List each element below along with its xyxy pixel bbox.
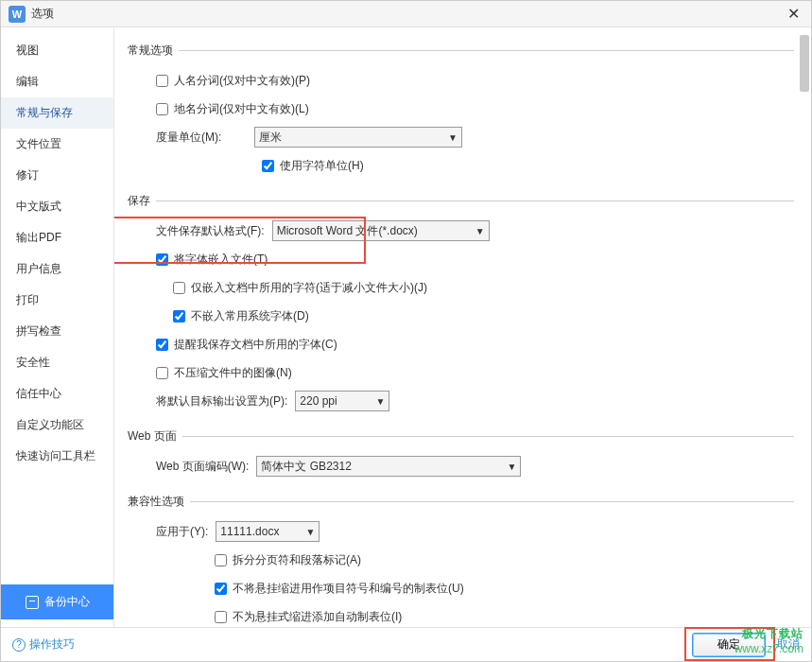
- sidebar-item-quick-toolbar[interactable]: 快速访问工具栏: [1, 441, 113, 472]
- chevron-down-icon: ▼: [448, 132, 458, 143]
- sidebar-item-view[interactable]: 视图: [1, 35, 113, 66]
- combo-default-ppi[interactable]: 220 ppi ▼: [295, 391, 389, 411]
- sidebar-item-custom-ribbon[interactable]: 自定义功能区: [1, 409, 113, 441]
- sidebar-item-file-location[interactable]: 文件位置: [1, 129, 113, 160]
- tips-label: 操作技巧: [29, 636, 75, 653]
- checkbox-person-noun[interactable]: [156, 75, 168, 87]
- label-apply-to: 应用于(Y):: [156, 524, 208, 540]
- ok-button[interactable]: 确定: [692, 633, 766, 657]
- scrollbar[interactable]: [800, 35, 809, 619]
- chevron-down-icon: ▼: [375, 396, 385, 407]
- combo-apply-to-value: 11111.docx: [220, 525, 279, 538]
- backup-center-button[interactable]: 备份中心: [1, 584, 113, 619]
- backup-label: 备份中心: [44, 594, 90, 610]
- checkbox-embed-only-used[interactable]: [173, 282, 185, 294]
- group-compat: 兼容性选项 应用于(Y): 11111.docx ▼ 拆分分页符和段落标记(A)…: [128, 494, 794, 627]
- sidebar-item-spellcheck[interactable]: 拼写检查: [1, 316, 113, 347]
- label-unit: 度量单位(M):: [156, 130, 247, 146]
- help-icon: ?: [12, 638, 26, 652]
- label-person-noun: 人名分词(仅对中文有效)(P): [174, 73, 310, 89]
- statusbar: ? 操作技巧 确定 取消: [1, 627, 811, 661]
- checkbox-use-char-unit[interactable]: [262, 160, 274, 172]
- options-dialog: W 选项 ✕ 视图 编辑 常规与保存 文件位置 修订 中文版式 输出PDF 用户…: [0, 0, 812, 662]
- label-default-format: 文件保存默认格式(F):: [156, 223, 265, 239]
- label-use-char-unit: 使用字符单位(H): [280, 158, 364, 174]
- sidebar-item-output-pdf[interactable]: 输出PDF: [1, 222, 113, 253]
- titlebar: W 选项 ✕: [1, 1, 811, 27]
- combo-web-encoding-value: 简体中文 GB2312: [261, 459, 351, 475]
- app-icon: W: [9, 6, 26, 23]
- body-area: 视图 编辑 常规与保存 文件位置 修订 中文版式 输出PDF 用户信息 打印 拼…: [1, 27, 811, 627]
- backup-icon: [26, 596, 39, 609]
- combo-default-format[interactable]: Microsoft Word 文件(*.docx) ▼: [272, 220, 490, 241]
- tips-link[interactable]: ? 操作技巧: [12, 636, 75, 653]
- sidebar-item-print[interactable]: 打印: [1, 285, 113, 316]
- checkbox-no-auto-tab[interactable]: [215, 611, 227, 623]
- label-default-ppi: 将默认目标输出设置为(P):: [156, 393, 287, 409]
- checkbox-remind-fonts[interactable]: [156, 339, 168, 351]
- label-not-embed-sys: 不嵌入常用系统字体(D): [191, 308, 309, 324]
- label-split-page: 拆分分页符和段落标记(A): [233, 552, 361, 568]
- group-save-legend: 保存: [128, 193, 156, 209]
- sidebar: 视图 编辑 常规与保存 文件位置 修订 中文版式 输出PDF 用户信息 打印 拼…: [1, 27, 114, 627]
- label-web-encoding: Web 页面编码(W):: [156, 459, 249, 475]
- checkbox-no-compress-images[interactable]: [156, 367, 168, 379]
- sidebar-item-revision[interactable]: 修订: [1, 160, 113, 191]
- group-compat-legend: 兼容性选项: [128, 494, 190, 510]
- checkbox-not-embed-sys[interactable]: [173, 310, 185, 322]
- label-embed-fonts: 将字体嵌入文件(T): [174, 252, 268, 268]
- sidebar-item-chinese-layout[interactable]: 中文版式: [1, 191, 113, 222]
- content-pane: 常规选项 人名分词(仅对中文有效)(P) 地名分词(仅对中文有效)(L) 度量单…: [114, 27, 811, 627]
- sidebar-item-security[interactable]: 安全性: [1, 347, 113, 378]
- group-save: 保存 文件保存默认格式(F): Microsoft Word 文件(*.docx…: [128, 193, 794, 419]
- group-general: 常规选项 人名分词(仅对中文有效)(P) 地名分词(仅对中文有效)(L) 度量单…: [128, 43, 794, 183]
- combo-unit[interactable]: 厘米 ▼: [254, 127, 462, 148]
- checkbox-place-noun[interactable]: [156, 103, 168, 115]
- label-embed-only-used: 仅嵌入文档中所用的字符(适于减小文件大小)(J): [191, 280, 427, 296]
- combo-apply-to[interactable]: 11111.docx ▼: [216, 521, 320, 542]
- close-icon[interactable]: ✕: [784, 5, 803, 23]
- combo-unit-value: 厘米: [259, 130, 282, 146]
- label-place-noun: 地名分词(仅对中文有效)(L): [174, 101, 309, 117]
- combo-default-ppi-value: 220 ppi: [300, 394, 337, 408]
- chevron-down-icon: ▼: [475, 226, 485, 236]
- chevron-down-icon: ▼: [305, 527, 315, 537]
- sidebar-item-edit[interactable]: 编辑: [1, 66, 113, 97]
- chevron-down-icon: ▼: [508, 462, 517, 472]
- group-web: Web 页面 Web 页面编码(W): 简体中文 GB2312 ▼: [128, 428, 794, 484]
- window-title: 选项: [31, 6, 784, 22]
- sidebar-item-trust-center[interactable]: 信任中心: [1, 378, 113, 409]
- checkbox-split-page[interactable]: [215, 554, 227, 566]
- scrollbar-thumb[interactable]: [800, 35, 809, 92]
- combo-web-encoding[interactable]: 简体中文 GB2312 ▼: [256, 456, 521, 477]
- checkbox-embed-fonts[interactable]: [156, 253, 168, 266]
- label-no-auto-tab: 不为悬挂式缩进添加自动制表位(I): [233, 609, 402, 625]
- group-web-legend: Web 页面: [128, 428, 182, 444]
- combo-default-format-value: Microsoft Word 文件(*.docx): [277, 223, 418, 239]
- footer-buttons: 确定 取消: [692, 633, 800, 657]
- label-remind-fonts: 提醒我保存文档中所用的字体(C): [174, 337, 337, 353]
- cancel-button[interactable]: 取消: [777, 636, 800, 653]
- checkbox-no-hanging-bullet[interactable]: [215, 583, 227, 595]
- group-general-legend: 常规选项: [128, 43, 179, 59]
- label-no-hanging-bullet: 不将悬挂缩进用作项目符号和编号的制表位(U): [233, 581, 464, 597]
- sidebar-nav: 视图 编辑 常规与保存 文件位置 修订 中文版式 输出PDF 用户信息 打印 拼…: [1, 35, 113, 584]
- sidebar-item-user-info[interactable]: 用户信息: [1, 253, 113, 285]
- sidebar-item-general-save[interactable]: 常规与保存: [1, 97, 113, 129]
- label-no-compress-images: 不压缩文件中的图像(N): [174, 365, 292, 381]
